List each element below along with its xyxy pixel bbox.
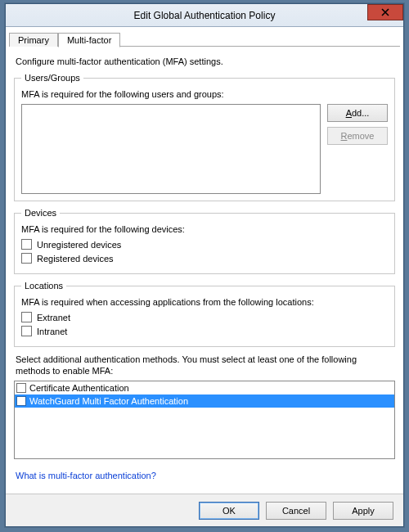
locations-fieldset: Locations MFA is required when accessing… (14, 281, 395, 347)
close-icon (381, 8, 389, 16)
auth-method-label: Certificate Authentication (29, 383, 129, 393)
ok-button[interactable]: OK (199, 502, 259, 520)
dialog-footer: OK Cancel Apply (6, 494, 403, 526)
users-groups-fieldset: Users/Groups MFA is required for the fol… (14, 73, 395, 201)
remove-button: Remove (327, 127, 388, 145)
add-button-label-rest: dd... (352, 108, 369, 118)
devices-sublabel: MFA is required for the following device… (21, 224, 388, 234)
devices-fieldset: Devices MFA is required for the followin… (14, 208, 395, 274)
users-groups-sublabel: MFA is required for the following users … (21, 89, 388, 99)
tab-primary-label: Primary (18, 35, 49, 45)
checkbox-icon (21, 326, 32, 336)
checkbox-label: Intranet (37, 327, 67, 336)
ok-button-label: OK (222, 506, 236, 516)
auth-method-certificate[interactable]: Certificate Authentication (15, 381, 394, 394)
users-groups-legend: Users/Groups (21, 73, 83, 83)
checkbox-label: Extranet (37, 313, 70, 322)
close-button[interactable] (367, 4, 403, 20)
auth-methods-listbox[interactable]: Certificate Authentication WatchGuard Mu… (14, 381, 395, 459)
auth-method-label: WatchGuard Multi Factor Authentication (29, 396, 188, 406)
checkbox-icon (16, 396, 26, 406)
add-button[interactable]: Add... (327, 104, 388, 122)
checkbox-extranet[interactable]: Extranet (21, 312, 388, 322)
intro-text: Configure multi-factor authentication (M… (16, 56, 395, 66)
dialog-window: Edit Global Authentication Policy Primar… (5, 3, 404, 527)
titlebar: Edit Global Authentication Policy (6, 4, 403, 27)
checkbox-icon (16, 383, 26, 393)
tab-primary[interactable]: Primary (9, 33, 58, 47)
checkbox-icon (21, 312, 32, 322)
tab-content: Configure multi-factor authentication (M… (6, 47, 403, 480)
apply-button-label: Apply (352, 506, 375, 516)
help-link-mfa[interactable]: What is multi-factor authentication? (16, 471, 156, 480)
locations-sublabel: MFA is required when accessing applicati… (21, 297, 388, 307)
tab-strip: Primary Multi-factor (6, 27, 403, 47)
cancel-button[interactable]: Cancel (266, 502, 326, 520)
checkbox-label: Unregistered devices (37, 240, 121, 250)
checkbox-icon (21, 253, 32, 264)
auth-method-watchguard[interactable]: WatchGuard Multi Factor Authentication (15, 394, 394, 408)
tab-multi-factor-label: Multi-factor (67, 35, 111, 45)
checkbox-icon (21, 239, 32, 250)
checkbox-registered-devices[interactable]: Registered devices (21, 253, 388, 264)
cancel-button-label: Cancel (282, 506, 310, 516)
locations-legend: Locations (21, 281, 66, 291)
checkbox-unregistered-devices[interactable]: Unregistered devices (21, 239, 388, 250)
methods-instruction: Select additional authentication methods… (16, 354, 393, 377)
window-title: Edit Global Authentication Policy (134, 10, 276, 21)
tab-multi-factor[interactable]: Multi-factor (58, 33, 120, 47)
devices-legend: Devices (21, 208, 60, 218)
remove-button-label-rest: emove (347, 131, 374, 141)
checkbox-label: Registered devices (37, 254, 114, 264)
checkbox-intranet[interactable]: Intranet (21, 326, 388, 336)
apply-button[interactable]: Apply (333, 502, 393, 520)
users-groups-listbox[interactable] (21, 104, 321, 194)
